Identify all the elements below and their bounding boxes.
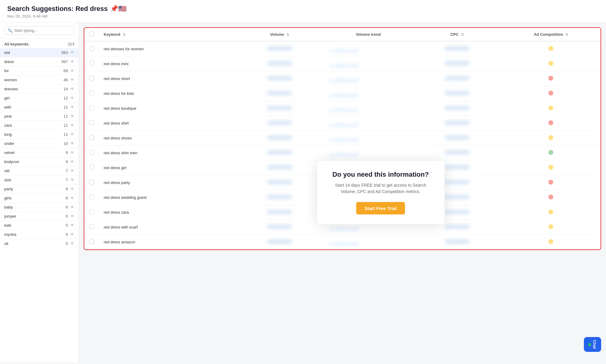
row-checkbox[interactable] [89, 150, 94, 155]
trend-bar [341, 78, 343, 82]
sidebar-item-old[interactable]: old 7 👁 [0, 166, 79, 175]
eye-icon[interactable]: 👁 [70, 150, 74, 155]
sidebar-item-girls[interactable]: girls 6 👁 [0, 194, 79, 203]
row-checkbox-cell[interactable] [84, 116, 99, 131]
table-row: red dress shoes [84, 131, 601, 145]
sidebar-item-bodycon[interactable]: bodycon 9 👁 [0, 157, 79, 166]
row-checkbox[interactable] [89, 91, 94, 95]
sidebar-item-long[interactable]: long 11 👁 [0, 130, 79, 139]
sidebar-item-uk[interactable]: uk 5 👁 [0, 239, 79, 248]
row-checkbox-cell[interactable] [84, 56, 99, 71]
row-checkbox[interactable] [89, 239, 94, 244]
th-keyword[interactable]: Keyword ⇅ [99, 28, 235, 41]
eye-icon[interactable]: 👁 [70, 50, 74, 55]
row-checkbox-cell[interactable] [84, 41, 99, 56]
trend-bar [356, 138, 357, 142]
sidebar-item-for[interactable]: for 69 👁 [0, 66, 79, 75]
search-wrapper[interactable]: 🔍 [4, 26, 74, 35]
row-checkbox-cell[interactable] [84, 175, 99, 190]
sidebar-item-baby[interactable]: baby 6 👁 [0, 203, 79, 212]
trend-bar [341, 137, 343, 142]
sidebar-item-girl[interactable]: girl 12 👁 [0, 94, 79, 103]
eye-icon[interactable]: 👁 [70, 232, 74, 237]
eye-icon[interactable]: 👁 [70, 214, 74, 219]
sidebar-item-under[interactable]: under 10 👁 [0, 139, 79, 148]
sidebar-item-year[interactable]: year 11 👁 [0, 112, 79, 121]
eye-icon[interactable]: 👁 [70, 205, 74, 209]
eye-icon[interactable]: 👁 [70, 141, 74, 146]
trend-cell [324, 145, 413, 160]
keyword-label: under [4, 141, 14, 146]
eye-icon[interactable]: 👁 [70, 159, 74, 164]
sidebar-item-velvet[interactable]: velvet 9 👁 [0, 148, 79, 157]
search-input[interactable] [14, 28, 71, 33]
sidebar-item-jumper[interactable]: jumper 5 👁 [0, 212, 79, 221]
row-checkbox-cell[interactable] [84, 235, 99, 249]
eye-icon[interactable]: 👁 [70, 78, 74, 82]
cpc-cell [413, 41, 501, 56]
row-checkbox[interactable] [89, 120, 94, 125]
sidebar-item-size[interactable]: size 7 👁 [0, 175, 79, 185]
trend-bars [329, 223, 408, 231]
row-checkbox-cell[interactable] [84, 101, 99, 116]
row-checkbox[interactable] [89, 165, 94, 170]
row-checkbox-cell[interactable] [84, 131, 99, 145]
eye-icon[interactable]: 👁 [70, 105, 74, 109]
row-checkbox[interactable] [89, 46, 94, 51]
row-checkbox[interactable] [89, 209, 94, 214]
eye-icon[interactable]: 👁 [70, 96, 74, 100]
eye-icon[interactable]: 👁 [70, 132, 74, 137]
row-checkbox-cell[interactable] [84, 205, 99, 220]
th-cpc[interactable]: CPC ⇅ [413, 28, 501, 41]
row-checkbox[interactable] [89, 61, 94, 66]
adcomp-dot [548, 135, 553, 140]
eye-icon[interactable]: 👁 [70, 169, 74, 173]
row-checkbox[interactable] [89, 180, 94, 185]
select-all-checkbox[interactable] [89, 32, 94, 36]
sidebar-item-kids[interactable]: kids 5 👁 [0, 221, 79, 230]
th-volume-trend[interactable]: Volume trend [324, 28, 413, 41]
eye-icon[interactable]: 👁 [70, 114, 74, 119]
sidebar-item-party[interactable]: party 6 👁 [0, 185, 79, 194]
row-checkbox-cell[interactable] [84, 160, 99, 175]
row-checkbox[interactable] [89, 135, 94, 140]
eye-icon[interactable]: 👁 [70, 187, 74, 191]
volume-blurred [267, 210, 292, 214]
row-checkbox[interactable] [89, 224, 94, 229]
adcomp-dot [548, 76, 553, 81]
th-ad-competition[interactable]: Ad Competition ⇅ [501, 28, 601, 41]
trend-bars [329, 75, 408, 82]
sidebar-item-zara[interactable]: zara 11 👁 [0, 121, 79, 130]
start-free-trial-button[interactable]: Start Free Trial [356, 202, 405, 214]
cpc-cell [413, 131, 501, 145]
chat-widget[interactable]: Chat [584, 337, 601, 352]
eye-icon[interactable]: 👁 [70, 241, 74, 246]
eye-icon[interactable]: 👁 [70, 223, 74, 228]
keyword-meta: 5 👁 [66, 214, 74, 219]
row-checkbox[interactable] [89, 76, 94, 81]
eye-icon[interactable]: 👁 [70, 59, 74, 64]
eye-icon[interactable]: 👁 [70, 123, 74, 128]
row-checkbox[interactable] [89, 105, 94, 110]
th-checkbox[interactable] [84, 28, 99, 41]
sidebar-item-dresses[interactable]: dresses 14 👁 [0, 85, 79, 94]
th-volume[interactable]: Volume ⇅ [235, 28, 324, 41]
keyword-meta: 7 👁 [66, 169, 74, 173]
eye-icon[interactable]: 👁 [70, 196, 74, 200]
eye-icon[interactable]: 👁 [70, 87, 74, 91]
eye-icon[interactable]: 👁 [70, 178, 74, 182]
row-checkbox-cell[interactable] [84, 86, 99, 101]
trend-bar [348, 155, 350, 156]
row-checkbox-cell[interactable] [84, 145, 99, 160]
sidebar-item-red[interactable]: red 383 👁 [0, 48, 79, 57]
sidebar-item-women[interactable]: women 46 👁 [0, 75, 79, 85]
row-checkbox-cell[interactable] [84, 220, 99, 235]
row-checkbox[interactable] [89, 195, 94, 199]
sidebar-item-dress[interactable]: dress 367 👁 [0, 57, 79, 66]
eye-icon[interactable]: 👁 [70, 68, 74, 73]
sidebar-item-myntra[interactable]: myntra 5 👁 [0, 230, 79, 239]
row-checkbox-cell[interactable] [84, 190, 99, 205]
keyword-meta: 6 👁 [66, 187, 74, 191]
sidebar-item-with[interactable]: with 11 👁 [0, 103, 79, 112]
row-checkbox-cell[interactable] [84, 71, 99, 86]
